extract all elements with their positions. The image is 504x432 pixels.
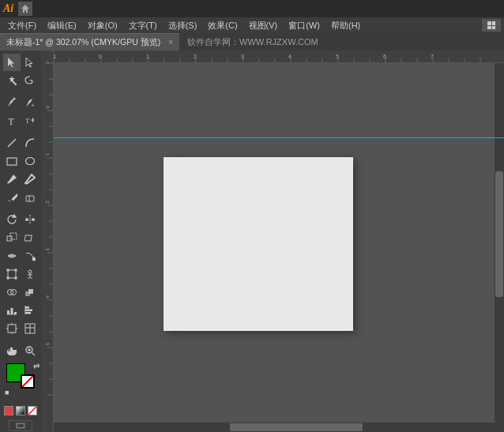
- add-anchor-tool[interactable]: +: [21, 94, 39, 111]
- ellipse-tool[interactable]: [21, 152, 39, 170]
- magic-wand-tool[interactable]: [3, 72, 21, 89]
- svg-rect-45: [25, 306, 29, 309]
- workspace-switcher[interactable]: [482, 19, 501, 32]
- zoom-tool[interactable]: [21, 342, 39, 359]
- reflect-tool[interactable]: [21, 211, 39, 228]
- svg-rect-30: [7, 277, 9, 279]
- type-tool[interactable]: T: [3, 112, 21, 130]
- artboard-tool[interactable]: [3, 320, 21, 337]
- active-tab[interactable]: 未标题-1* @ 302.07% (CMYK/GPU 预览) ×: [0, 33, 179, 51]
- svg-rect-24: [24, 235, 32, 241]
- svg-line-61: [28, 407, 36, 415]
- svg-line-35: [28, 277, 30, 279]
- scroll-thumb-horizontal[interactable]: [230, 423, 362, 431]
- gradient-mode-button[interactable]: [16, 406, 25, 415]
- menu-type[interactable]: 文字(T): [124, 18, 162, 33]
- guide-horizontal[interactable]: [54, 137, 504, 138]
- live-paint-tool[interactable]: [21, 284, 39, 301]
- select-tool[interactable]: [3, 54, 21, 71]
- menu-view[interactable]: 视图(V): [244, 18, 283, 33]
- svg-point-13: [25, 158, 34, 165]
- svg-rect-40: [28, 289, 33, 294]
- svg-text:4: 4: [45, 295, 50, 299]
- menu-right: [482, 19, 501, 32]
- line-tool[interactable]: [3, 134, 21, 152]
- svg-point-5: [13, 98, 15, 100]
- reset-colors-icon[interactable]: ■: [5, 389, 9, 396]
- svg-text:7: 7: [431, 54, 434, 59]
- tool-row-rotate: [0, 211, 41, 228]
- svg-text:0: 0: [99, 54, 102, 59]
- swatch-mode-row: [4, 406, 37, 415]
- tool-row-scale: [0, 229, 41, 246]
- scrollbar-horizontal[interactable]: [54, 423, 495, 432]
- paintbrush-tool[interactable]: [3, 171, 21, 188]
- svg-rect-12: [7, 158, 17, 165]
- pencil-tool[interactable]: [3, 189, 21, 206]
- grid-icon: [487, 21, 495, 29]
- software-info: 软件自学网：WWW.RJZXW.COM: [187, 36, 318, 48]
- svg-text:6: 6: [383, 54, 386, 59]
- color-mode-button[interactable]: [4, 406, 13, 415]
- svg-marker-2: [26, 58, 32, 67]
- menu-window[interactable]: 窗口(W): [284, 18, 325, 33]
- tool-row-type: T T: [0, 112, 41, 130]
- bar-graph-tool[interactable]: [21, 302, 39, 319]
- pen-tool[interactable]: [3, 94, 21, 111]
- tool-row-artboard: [0, 320, 41, 337]
- tool-row-shape-builder: [0, 284, 41, 301]
- svg-text:5: 5: [336, 54, 339, 59]
- tool-row-pencil: [0, 189, 41, 206]
- menu-select[interactable]: 选择(S): [164, 18, 202, 33]
- rotate-tool[interactable]: [3, 211, 21, 228]
- svg-rect-42: [10, 308, 13, 314]
- shear-tool[interactable]: [21, 229, 39, 246]
- menu-effect[interactable]: 效果(C): [203, 18, 242, 33]
- menu-help[interactable]: 帮助(H): [326, 18, 365, 33]
- svg-marker-20: [25, 218, 28, 220]
- svg-marker-21: [32, 218, 35, 220]
- none-mode-button[interactable]: [28, 406, 37, 415]
- tool-row-transform: [0, 265, 41, 283]
- arc-tool[interactable]: [21, 134, 39, 152]
- swatch-main: ⇄ ■: [6, 363, 35, 389]
- svg-line-11: [8, 139, 16, 147]
- svg-line-58: [32, 353, 35, 356]
- menu-file[interactable]: 文件(F): [3, 18, 41, 33]
- touch-type-tool[interactable]: T: [21, 112, 39, 130]
- svg-text:T: T: [25, 117, 30, 125]
- column-graph-tool[interactable]: [3, 302, 21, 319]
- tab-bar: 未标题-1* @ 302.07% (CMYK/GPU 预览) × 软件自学网：W…: [0, 33, 504, 51]
- width-tool[interactable]: [3, 247, 21, 265]
- tool-row-graph: [0, 302, 41, 319]
- hand-tool[interactable]: [3, 342, 21, 359]
- tab-close-button[interactable]: ×: [168, 38, 173, 47]
- slice-tool[interactable]: [21, 320, 39, 337]
- canvas-area[interactable]: -1 0 1 2 3 4 5 6 7: [41, 51, 504, 432]
- blob-brush-tool[interactable]: [21, 171, 39, 188]
- scroll-thumb-vertical[interactable]: [495, 171, 503, 297]
- menu-edit[interactable]: 编辑(E): [43, 18, 81, 33]
- rectangle-tool[interactable]: [3, 152, 21, 170]
- menu-object[interactable]: 对象(O): [83, 18, 122, 33]
- swap-colors-icon[interactable]: ⇄: [33, 362, 39, 370]
- free-transform-tool[interactable]: [3, 265, 21, 283]
- eraser-tool[interactable]: [21, 189, 39, 206]
- svg-rect-41: [7, 310, 9, 314]
- scale-tool[interactable]: [3, 229, 21, 246]
- lasso-tool[interactable]: [21, 72, 39, 89]
- scrollbar-vertical[interactable]: [495, 63, 504, 423]
- draw-mode-button[interactable]: [9, 420, 32, 431]
- svg-rect-28: [7, 269, 9, 271]
- puppet-warp-tool[interactable]: [21, 265, 39, 283]
- shape-builder-tool[interactable]: [3, 284, 21, 301]
- home-button[interactable]: [18, 2, 32, 16]
- toolbar: + T T: [0, 51, 41, 432]
- svg-text:2: 2: [194, 54, 197, 59]
- stroke-color-swatch[interactable]: [21, 374, 35, 389]
- svg-text:5: 5: [45, 343, 50, 346]
- direct-select-tool[interactable]: [21, 54, 39, 71]
- warp-tool[interactable]: [21, 247, 39, 265]
- ruler-vertical: -1 0 1 2 3 4 5: [41, 51, 54, 432]
- svg-point-32: [28, 270, 32, 273]
